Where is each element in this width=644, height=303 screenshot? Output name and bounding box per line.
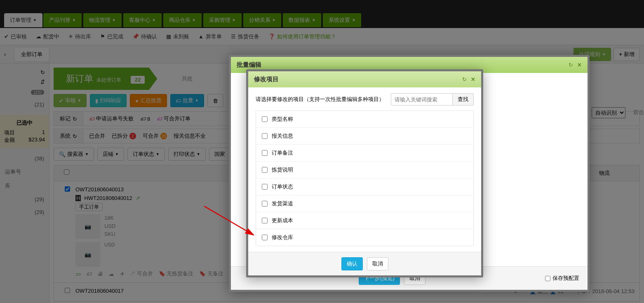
modify-modal-footer: 确认 取消 bbox=[248, 252, 481, 275]
search-button[interactable]: 查找 bbox=[453, 93, 474, 106]
option-type-name[interactable]: 类型名称 bbox=[256, 111, 473, 128]
option-pick-note[interactable]: 拣货说明 bbox=[256, 162, 473, 179]
search-input[interactable] bbox=[391, 93, 453, 106]
cancel-button[interactable]: 取消 bbox=[367, 257, 388, 270]
modify-modal-title: 修改项目 bbox=[254, 75, 279, 83]
option-order-status[interactable]: 订单状态 bbox=[256, 179, 473, 195]
options-list: 类型名称 报关信息 订单备注 拣货说明 订单状态 发货渠道 更新成本 修改仓库 bbox=[256, 110, 474, 246]
confirm-button[interactable]: 确认 bbox=[341, 257, 363, 270]
modify-prompt-text: 请选择要修改的项目（支持一次性批量编辑多种项目） bbox=[256, 96, 384, 103]
save-preset-checkbox[interactable]: 保存预配置 bbox=[545, 275, 579, 282]
batch-modal-title: 批量编辑 bbox=[237, 61, 261, 69]
refresh-icon[interactable]: ↻ bbox=[462, 76, 467, 82]
modify-items-modal: 修改项目 ↻ ✕ 请选择要修改的项目（支持一次性批量编辑多种项目） 查找 类型名… bbox=[246, 69, 483, 277]
option-modify-warehouse[interactable]: 修改仓库 bbox=[256, 229, 473, 246]
modify-modal-header: 修改项目 ↻ ✕ bbox=[248, 71, 481, 87]
option-customs[interactable]: 报关信息 bbox=[256, 128, 473, 145]
option-update-cost[interactable]: 更新成本 bbox=[256, 212, 473, 229]
refresh-icon[interactable]: ↻ bbox=[569, 62, 573, 68]
close-icon[interactable]: ✕ bbox=[577, 62, 582, 68]
option-ship-channel[interactable]: 发货渠道 bbox=[256, 195, 473, 212]
close-icon[interactable]: ✕ bbox=[471, 76, 475, 82]
option-order-note[interactable]: 订单备注 bbox=[256, 145, 473, 162]
